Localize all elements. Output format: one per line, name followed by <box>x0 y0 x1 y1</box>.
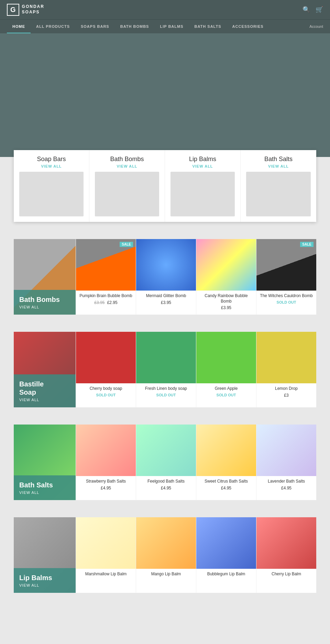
nav-bath-bombs[interactable]: BATH BOMBS <box>115 20 155 33</box>
category-soap-view-all[interactable]: VIEW ALL <box>19 164 84 168</box>
hero-banner <box>0 33 330 157</box>
mango-balm-image <box>136 517 196 569</box>
nav-account[interactable]: Account <box>309 24 323 29</box>
lavender-salts-name: Lavender Bath Salts <box>259 479 314 484</box>
bath-salts-section: Bath Salts VIEW ALL Strawberry Bath Salt… <box>14 425 316 500</box>
bath-bombs-section: Bath Bombs VIEW ALL SALE Pumpkin Brain B… <box>14 239 316 315</box>
category-bombs-title: Bath Bombs <box>95 156 159 163</box>
marshmallow-balm-name: Marshmallow Lip Balm <box>79 572 133 577</box>
cherry-balm-name: Cherry Lip Balm <box>259 572 314 577</box>
strawberry-salts-price: £4.95 <box>79 486 133 490</box>
apple-soap-name: Green Apple <box>199 386 253 392</box>
nav-home[interactable]: HOME <box>7 20 31 33</box>
category-bath-bombs[interactable]: Bath Bombs VIEW ALL <box>89 150 165 222</box>
soap-label: BastilleSoap VIEW ALL <box>14 332 76 407</box>
cart-icon[interactable]: 🛒 <box>316 6 323 13</box>
product-lavender-salts[interactable]: Lavender Bath Salts £4.95 <box>256 425 316 500</box>
product-pumpkin[interactable]: SALE Pumpkin Brain Bubble Bomb £3.95 £2.… <box>76 239 136 315</box>
product-marshmallow-balm[interactable]: Marshmallow Lip Balm <box>76 517 136 593</box>
lip-balms-section: Lip Balms VIEW ALL Marshmallow Lip Balm … <box>14 517 316 593</box>
rainbow-price: £3.95 <box>199 305 253 310</box>
category-bombs-view-all[interactable]: VIEW ALL <box>95 164 159 168</box>
search-icon[interactable]: 🔍 <box>302 6 310 13</box>
sale-badge-cauldron: SALE <box>300 242 314 247</box>
salts-label: Bath Salts VIEW ALL <box>14 425 76 500</box>
cherry-soap-sold-out: SOLD OUT <box>79 393 133 397</box>
nav-accessories[interactable]: ACCESSORIES <box>227 20 269 33</box>
cauldron-sold-out: SOLD OUT <box>259 300 314 304</box>
product-mango-balm[interactable]: Mango Lip Balm <box>136 517 196 593</box>
category-salts-image <box>246 172 311 216</box>
product-mermaid[interactable]: Mermaid Glitter Bomb £3.95 <box>136 239 196 315</box>
product-bubblegum-balm[interactable]: Bubblegum Lip Balm <box>196 517 256 593</box>
balms-view-all[interactable]: VIEW ALL <box>19 583 70 587</box>
header: G GONDARSOAPS 🔍 🛒 <box>0 0 330 19</box>
strawberry-salts-image <box>76 425 136 476</box>
linen-soap-name: Fresh Linen body soap <box>139 386 193 392</box>
pumpkin-name: Pumpkin Brain Bubble Bomb <box>79 293 133 299</box>
product-cherry-balm[interactable]: Cherry Lip Balm <box>256 517 316 593</box>
logo-name: GONDARSOAPS <box>22 4 44 15</box>
product-cherry-soap[interactable]: Cherry body soap SOLD OUT <box>76 332 136 407</box>
nav-soaps-bars[interactable]: SOAPS BARS <box>75 20 115 33</box>
lemon-soap-name: Lemon Drop <box>259 386 314 392</box>
category-salts-title: Bath Salts <box>246 156 311 163</box>
citrus-salts-image <box>196 425 256 476</box>
logo[interactable]: G GONDARSOAPS <box>7 4 44 16</box>
feelgood-salts-name: Feelgood Bath Salts <box>139 479 193 484</box>
salts-view-all[interactable]: VIEW ALL <box>19 490 70 495</box>
main-nav: HOME ALL PRODUCTS SOAPS BARS BATH BOMBS … <box>0 19 330 33</box>
nav-lip-balms[interactable]: LIP BALMS <box>154 20 189 33</box>
mermaid-price: £3.95 <box>139 300 193 305</box>
category-soap-bars[interactable]: Soap Bars VIEW ALL <box>14 150 89 222</box>
balms-heading: Lip Balms <box>19 574 70 582</box>
lavender-salts-price: £4.95 <box>259 486 314 490</box>
bath-bombs-view-all[interactable]: VIEW ALL <box>19 305 70 309</box>
nav-all-products[interactable]: ALL PRODUCTS <box>31 20 75 33</box>
mermaid-name: Mermaid Glitter Bomb <box>139 293 193 299</box>
pumpkin-old-price: £3.95 <box>94 300 104 305</box>
feelgood-salts-price: £4.95 <box>139 486 193 490</box>
category-soap-image <box>19 172 84 216</box>
pumpkin-price: £3.95 £2.95 <box>79 300 133 305</box>
lavender-salts-image <box>256 425 316 476</box>
cauldron-name: The Witches Cauldron Bomb <box>259 293 314 299</box>
feelgood-salts-image <box>136 425 196 476</box>
salts-heading: Bath Salts <box>19 481 70 489</box>
category-lip-balms[interactable]: Lip Balms VIEW ALL <box>165 150 241 222</box>
rainbow-image <box>196 239 256 291</box>
product-rainbow[interactable]: Candy Rainbow Bubble Bomb £3.95 <box>196 239 256 315</box>
category-balms-view-all[interactable]: VIEW ALL <box>170 164 235 168</box>
category-soap-title: Soap Bars <box>19 156 84 163</box>
soap-view-all[interactable]: VIEW ALL <box>19 398 70 402</box>
category-bath-salts[interactable]: Bath Salts VIEW ALL <box>241 150 316 222</box>
soap-heading: BastilleSoap <box>19 380 70 396</box>
product-citrus-salts[interactable]: Sweet Citrus Bath Salts £4.95 <box>196 425 256 500</box>
mango-balm-name: Mango Lip Balm <box>139 572 193 577</box>
bubblegum-balm-image <box>196 517 256 569</box>
category-balms-image <box>170 172 235 216</box>
product-lemon-soap[interactable]: Lemon Drop £3 <box>256 332 316 407</box>
category-salts-view-all[interactable]: VIEW ALL <box>246 164 311 168</box>
pumpkin-new-price: £2.95 <box>107 300 118 305</box>
product-feelgood-salts[interactable]: Feelgood Bath Salts £4.95 <box>136 425 196 500</box>
bath-bombs-label: Bath Bombs VIEW ALL <box>14 239 76 315</box>
cherry-soap-image <box>76 332 136 383</box>
product-apple-soap[interactable]: Green Apple SOLD OUT <box>196 332 256 407</box>
product-linen-soap[interactable]: Fresh Linen body soap SOLD OUT <box>136 332 196 407</box>
lemon-soap-price: £3 <box>259 393 314 398</box>
logo-letter: G <box>7 4 19 16</box>
linen-soap-sold-out: SOLD OUT <box>139 393 193 397</box>
product-cauldron[interactable]: SALE The Witches Cauldron Bomb SOLD OUT <box>256 239 316 315</box>
bastille-soap-section: BastilleSoap VIEW ALL Cherry body soap S… <box>14 332 316 407</box>
cherry-soap-name: Cherry body soap <box>79 386 133 392</box>
category-bombs-image <box>95 172 159 216</box>
nav-bath-salts[interactable]: BATH SALTS <box>189 20 227 33</box>
product-strawberry-salts[interactable]: Strawberry Bath Salts £4.95 <box>76 425 136 500</box>
header-icons: 🔍 🛒 <box>302 6 323 13</box>
bath-bombs-heading: Bath Bombs <box>19 295 70 304</box>
linen-soap-image <box>136 332 196 383</box>
citrus-salts-price: £4.95 <box>199 486 253 490</box>
marshmallow-balm-image <box>76 517 136 569</box>
mermaid-image <box>136 239 196 291</box>
